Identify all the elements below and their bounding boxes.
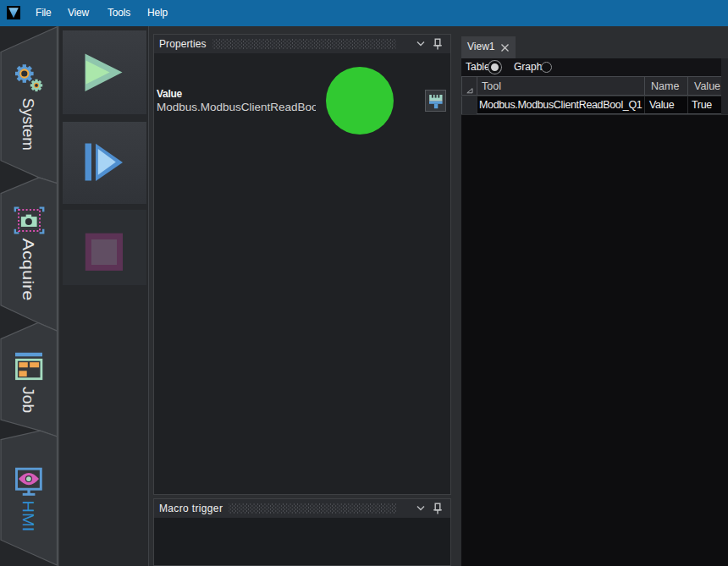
svg-text:Acquire: Acquire (19, 238, 36, 300)
svg-text:System: System (19, 98, 36, 151)
svg-text:HMI: HMI (19, 501, 36, 532)
svg-text:Job: Job (19, 387, 36, 413)
